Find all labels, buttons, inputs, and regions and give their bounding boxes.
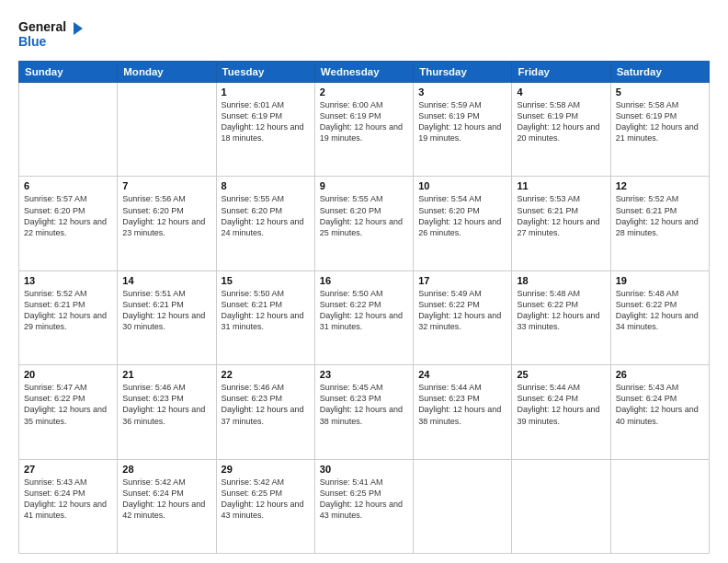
weekday-header-friday: Friday [512,62,610,83]
day-number: 13 [24,275,112,286]
day-info: Sunrise: 6:01 AM Sunset: 6:19 PM Dayligh… [222,99,310,144]
day-info: Sunrise: 5:42 AM Sunset: 6:24 PM Dayligh… [122,477,210,522]
day-info: Sunrise: 5:44 AM Sunset: 6:23 PM Dayligh… [418,382,506,427]
day-number: 23 [320,369,408,380]
day-info: Sunrise: 5:58 AM Sunset: 6:19 PM Dayligh… [517,99,605,144]
day-number: 14 [122,275,210,286]
calendar-cell: 21Sunrise: 5:46 AM Sunset: 6:23 PM Dayli… [118,365,216,459]
calendar-cell: 12Sunrise: 5:52 AM Sunset: 6:21 PM Dayli… [610,177,709,270]
weekday-header-sunday: Sunday [19,62,118,83]
day-number: 26 [616,369,704,380]
day-number: 4 [517,86,605,98]
calendar-cell: 18Sunrise: 5:48 AM Sunset: 6:22 PM Dayli… [512,270,610,364]
day-number: 10 [418,180,506,191]
logo: General Blue [18,17,83,52]
day-info: Sunrise: 5:47 AM Sunset: 6:22 PM Dayligh… [24,382,112,427]
day-number: 15 [222,275,310,286]
calendar-cell: 15Sunrise: 5:50 AM Sunset: 6:21 PM Dayli… [216,270,314,364]
day-number: 25 [517,369,605,380]
day-info: Sunrise: 5:50 AM Sunset: 6:22 PM Dayligh… [320,288,408,333]
calendar-cell: 2Sunrise: 6:00 AM Sunset: 6:19 PM Daylig… [314,83,413,177]
day-info: Sunrise: 5:48 AM Sunset: 6:22 PM Dayligh… [616,288,704,333]
calendar-cell: 19Sunrise: 5:48 AM Sunset: 6:22 PM Dayli… [610,270,709,364]
calendar-cell: 4Sunrise: 5:58 AM Sunset: 6:19 PM Daylig… [512,83,610,177]
weekday-header-monday: Monday [118,62,216,83]
day-number: 21 [122,369,210,380]
logo-svg: General Blue [18,17,83,52]
calendar-cell: 17Sunrise: 5:49 AM Sunset: 6:22 PM Dayli… [414,270,512,364]
day-info: Sunrise: 5:44 AM Sunset: 6:24 PM Dayligh… [517,382,605,427]
calendar-cell: 28Sunrise: 5:42 AM Sunset: 6:24 PM Dayli… [118,459,216,553]
calendar-cell: 22Sunrise: 5:46 AM Sunset: 6:23 PM Dayli… [216,365,314,459]
day-number: 16 [320,275,408,286]
day-info: Sunrise: 5:55 AM Sunset: 6:20 PM Dayligh… [222,193,310,238]
calendar-cell: 16Sunrise: 5:50 AM Sunset: 6:22 PM Dayli… [314,270,413,364]
day-number: 2 [320,86,408,98]
day-number: 1 [222,86,310,98]
calendar-cell: 29Sunrise: 5:42 AM Sunset: 6:25 PM Dayli… [216,459,314,553]
day-info: Sunrise: 5:58 AM Sunset: 6:19 PM Dayligh… [616,99,704,144]
calendar-cell: 11Sunrise: 5:53 AM Sunset: 6:21 PM Dayli… [512,177,610,270]
day-number: 18 [517,275,605,286]
page: General Blue SundayMondayTuesdayWednesda… [0,0,728,563]
calendar-cell: 8Sunrise: 5:55 AM Sunset: 6:20 PM Daylig… [216,177,314,270]
weekday-header-saturday: Saturday [610,62,709,83]
day-number: 28 [122,464,210,475]
weekday-header-wednesday: Wednesday [314,62,413,83]
day-info: Sunrise: 5:45 AM Sunset: 6:23 PM Dayligh… [320,382,408,427]
day-number: 29 [222,464,310,475]
calendar-cell: 25Sunrise: 5:44 AM Sunset: 6:24 PM Dayli… [512,365,610,459]
day-info: Sunrise: 5:43 AM Sunset: 6:24 PM Dayligh… [24,477,112,522]
day-info: Sunrise: 5:41 AM Sunset: 6:25 PM Dayligh… [320,477,408,522]
day-info: Sunrise: 5:59 AM Sunset: 6:19 PM Dayligh… [418,99,506,144]
day-info: Sunrise: 5:42 AM Sunset: 6:25 PM Dayligh… [222,477,310,522]
weekday-header-tuesday: Tuesday [216,62,314,83]
day-info: Sunrise: 5:50 AM Sunset: 6:21 PM Dayligh… [222,288,310,333]
calendar-cell [118,83,216,177]
day-info: Sunrise: 5:46 AM Sunset: 6:23 PM Dayligh… [122,382,210,427]
day-number: 7 [122,180,210,191]
day-number: 8 [222,180,310,191]
day-number: 12 [616,180,704,191]
calendar-cell: 27Sunrise: 5:43 AM Sunset: 6:24 PM Dayli… [19,459,118,553]
calendar-cell [610,459,709,553]
day-info: Sunrise: 5:46 AM Sunset: 6:23 PM Dayligh… [222,382,310,427]
day-number: 5 [616,86,704,98]
day-number: 27 [24,464,112,475]
day-info: Sunrise: 5:49 AM Sunset: 6:22 PM Dayligh… [418,288,506,333]
calendar-cell: 9Sunrise: 5:55 AM Sunset: 6:20 PM Daylig… [314,177,413,270]
calendar-cell: 14Sunrise: 5:51 AM Sunset: 6:21 PM Dayli… [118,270,216,364]
day-info: Sunrise: 5:54 AM Sunset: 6:20 PM Dayligh… [418,193,506,238]
day-info: Sunrise: 5:53 AM Sunset: 6:21 PM Dayligh… [517,193,605,238]
day-number: 6 [24,180,112,191]
calendar-cell: 3Sunrise: 5:59 AM Sunset: 6:19 PM Daylig… [414,83,512,177]
svg-text:General: General [18,19,66,34]
calendar-cell [414,459,512,553]
calendar-cell: 7Sunrise: 5:56 AM Sunset: 6:20 PM Daylig… [118,177,216,270]
day-info: Sunrise: 5:56 AM Sunset: 6:20 PM Dayligh… [122,193,210,238]
calendar-cell: 30Sunrise: 5:41 AM Sunset: 6:25 PM Dayli… [314,459,413,553]
day-info: Sunrise: 5:52 AM Sunset: 6:21 PM Dayligh… [616,193,704,238]
calendar-table: SundayMondayTuesdayWednesdayThursdayFrid… [18,61,710,554]
day-number: 11 [517,180,605,191]
day-info: Sunrise: 5:52 AM Sunset: 6:21 PM Dayligh… [24,288,112,333]
day-number: 24 [418,369,506,380]
calendar-cell: 6Sunrise: 5:57 AM Sunset: 6:20 PM Daylig… [19,177,118,270]
day-info: Sunrise: 5:43 AM Sunset: 6:24 PM Dayligh… [616,382,704,427]
svg-marker-2 [74,22,83,35]
day-info: Sunrise: 5:48 AM Sunset: 6:22 PM Dayligh… [517,288,605,333]
calendar-cell: 20Sunrise: 5:47 AM Sunset: 6:22 PM Dayli… [19,365,118,459]
calendar-cell [19,83,118,177]
calendar-cell: 24Sunrise: 5:44 AM Sunset: 6:23 PM Dayli… [414,365,512,459]
day-number: 9 [320,180,408,191]
calendar-cell: 10Sunrise: 5:54 AM Sunset: 6:20 PM Dayli… [414,177,512,270]
day-info: Sunrise: 5:57 AM Sunset: 6:20 PM Dayligh… [24,193,112,238]
svg-text:Blue: Blue [18,34,47,49]
calendar-cell: 26Sunrise: 5:43 AM Sunset: 6:24 PM Dayli… [610,365,709,459]
day-info: Sunrise: 5:55 AM Sunset: 6:20 PM Dayligh… [320,193,408,238]
day-info: Sunrise: 5:51 AM Sunset: 6:21 PM Dayligh… [122,288,210,333]
calendar-cell: 13Sunrise: 5:52 AM Sunset: 6:21 PM Dayli… [19,270,118,364]
day-number: 20 [24,369,112,380]
calendar-cell: 23Sunrise: 5:45 AM Sunset: 6:23 PM Dayli… [314,365,413,459]
calendar-cell: 1Sunrise: 6:01 AM Sunset: 6:19 PM Daylig… [216,83,314,177]
